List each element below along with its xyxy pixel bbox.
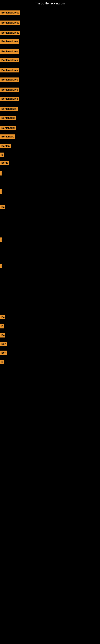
bottleneck-button-28[interactable]: B [0,360,4,364]
bottleneck-button-19[interactable]: | [0,189,2,194]
bottleneck-button-11[interactable]: Bottleneck re [0,107,18,111]
bottleneck-button-26[interactable]: Bott [0,342,7,346]
bottleneck-button-8[interactable]: Bottleneck res [0,78,19,82]
bottleneck-button-10[interactable]: Bottleneck res [0,96,19,101]
bottleneck-button-4[interactable]: Bottleneck res [0,39,19,44]
bottleneck-button-16[interactable]: B [0,152,4,157]
bottleneck-button-20[interactable]: Bo [0,205,5,209]
bottleneck-button-5[interactable]: Bottleneck res [0,49,19,54]
bottleneck-button-22[interactable]: | [0,264,2,268]
bottleneck-button-27[interactable]: Bott [0,350,7,355]
bottleneck-button-17[interactable]: Bottle [0,160,9,165]
bottleneck-button-23[interactable]: Bo [0,315,5,320]
bottleneck-button-12[interactable]: Bottleneck r [0,116,16,120]
bottleneck-button-9[interactable]: Bottleneck res [0,88,19,92]
bottleneck-button-15[interactable]: Bottlen [0,144,11,148]
bottleneck-button-14[interactable]: Bottleneck [0,134,15,139]
bottleneck-button-6[interactable]: Bottleneck res [0,58,19,62]
bottleneck-button-18[interactable]: | [0,171,2,176]
site-title: TheBottlenecker.com [0,0,100,6]
bottleneck-button-13[interactable]: Bottleneck r [0,126,16,130]
bottleneck-button-2[interactable]: Bottleneck resu [0,20,20,25]
bottleneck-button-21[interactable]: | [0,238,2,242]
bottleneck-button-1[interactable]: Bottleneck resu [0,10,20,15]
bottleneck-button-7[interactable]: Bottleneck res [0,68,19,72]
bottleneck-button-24[interactable]: B [0,324,4,328]
bottleneck-button-25[interactable]: Bo [0,333,5,338]
bottleneck-button-3[interactable]: Bottleneck resu [0,30,20,35]
